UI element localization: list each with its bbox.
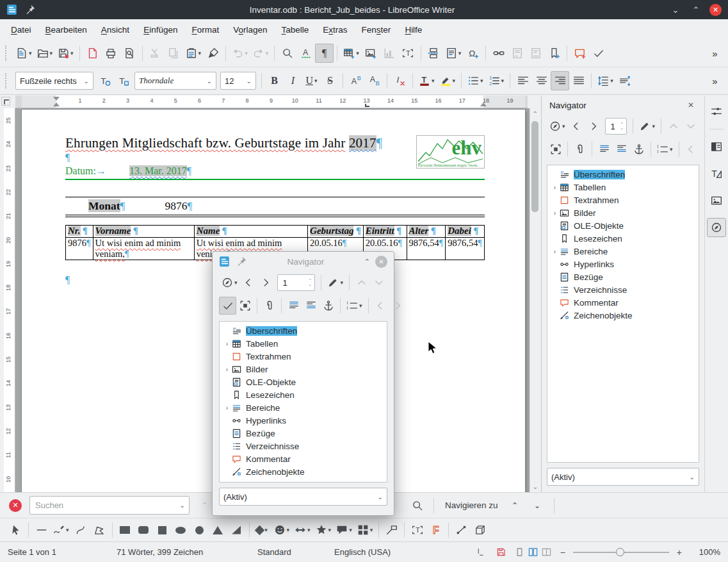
tree-item-frames[interactable]: Textrahmen bbox=[221, 350, 385, 363]
navigate-by-button[interactable]: ▾ bbox=[219, 274, 240, 292]
find-replace-button[interactable] bbox=[278, 44, 296, 63]
update-style-button[interactable]: T bbox=[95, 71, 114, 90]
floating-close-button[interactable]: ✕ bbox=[375, 256, 387, 268]
insert-comment-button[interactable] bbox=[570, 44, 589, 63]
tree-item-bookmarks[interactable]: Lesezeichen bbox=[549, 232, 697, 245]
square-button[interactable] bbox=[153, 520, 172, 540]
tab-type-selector-icon[interactable] bbox=[1, 97, 10, 106]
zoom-slider-knob[interactable] bbox=[616, 548, 624, 556]
tree-item-tables[interactable]: ›Tabellen bbox=[221, 337, 385, 350]
zoom-slider[interactable] bbox=[573, 552, 669, 553]
page-number-spinbox[interactable]: 1⌃⌄ bbox=[277, 274, 316, 291]
promote-level-button[interactable] bbox=[683, 140, 700, 158]
first-line-indent-marker[interactable] bbox=[53, 97, 60, 101]
column-header[interactable]: Vorname bbox=[93, 226, 194, 238]
left-indent-marker[interactable] bbox=[53, 103, 60, 106]
expander-icon[interactable]: › bbox=[222, 340, 232, 347]
set-reminder-button[interactable] bbox=[261, 297, 278, 315]
justified-button[interactable] bbox=[569, 71, 588, 90]
menu-tabelle[interactable]: Tabelle bbox=[275, 22, 316, 38]
page-number-spinbox[interactable]: 1⌃⌄ bbox=[605, 118, 627, 135]
toolbar-overflow-button[interactable]: » bbox=[706, 71, 724, 90]
spelling-button[interactable]: A bbox=[296, 44, 315, 63]
insert-image-button[interactable] bbox=[362, 44, 380, 63]
tree-item-references[interactable]: Bezüge bbox=[549, 270, 697, 283]
navigator-floating-window[interactable]: Navigator ⌃ ✕ ▾1⌃⌄▾ II▾ Überschriften›Ta… bbox=[212, 251, 394, 516]
single-page-view-icon[interactable] bbox=[515, 547, 524, 557]
floating-navigator-titlebar[interactable]: Navigator ⌃ ✕ bbox=[218, 252, 389, 271]
insert-footnote-button[interactable] bbox=[508, 44, 526, 63]
expander-icon[interactable]: › bbox=[222, 404, 232, 411]
italic-button[interactable]: I bbox=[284, 71, 302, 90]
extrusion-button[interactable] bbox=[471, 520, 489, 540]
column-header[interactable]: Eintritt bbox=[363, 226, 407, 238]
demote-level-button[interactable] bbox=[389, 297, 407, 315]
rectangle-button[interactable] bbox=[116, 520, 134, 540]
insert-textbox-draw-button[interactable]: T bbox=[408, 520, 426, 540]
superscript-button[interactable]: AB bbox=[346, 71, 365, 90]
previous-button[interactable] bbox=[240, 274, 257, 292]
menu-bearbeiten[interactable]: Bearbeiten bbox=[38, 22, 94, 38]
set-reminder-button[interactable] bbox=[571, 140, 588, 158]
flowchart-button[interactable]: ▾ bbox=[355, 520, 376, 540]
rounded-rectangle-button[interactable] bbox=[134, 520, 153, 540]
navigation-mode-combo[interactable]: (Aktiv)⌄ bbox=[547, 468, 699, 486]
tree-item-comments[interactable]: Kommentar bbox=[549, 296, 697, 309]
tree-item-drawobjects[interactable]: Zeichenobjekte bbox=[221, 465, 385, 478]
vertical-ruler[interactable]: 25242322212019181716151413121110 bbox=[4, 108, 15, 492]
scroll-up-icon[interactable]: ⌃ bbox=[530, 110, 540, 117]
tree-item-indexes[interactable]: Verzeichnisse bbox=[549, 283, 697, 296]
insert-table-button[interactable]: ▾ bbox=[341, 44, 362, 63]
tree-item-frames[interactable]: Textrahmen bbox=[549, 194, 697, 206]
tree-item-headings[interactable]: Überschriften bbox=[549, 168, 697, 181]
tree-item-indexes[interactable]: Verzeichnisse bbox=[221, 440, 385, 452]
font-name-combo[interactable]: Thorndale⌄ bbox=[134, 72, 216, 90]
move-chapter-up-button[interactable] bbox=[665, 117, 682, 135]
scrollbar-thumb[interactable] bbox=[531, 121, 538, 212]
previous-button[interactable] bbox=[568, 117, 585, 135]
menu-einfgen[interactable]: Einfügen bbox=[136, 22, 184, 38]
expander-icon[interactable]: › bbox=[550, 248, 560, 255]
save-button[interactable]: ▾ bbox=[55, 44, 76, 63]
column-header[interactable]: Name bbox=[194, 226, 307, 238]
align-center-button[interactable] bbox=[532, 71, 551, 90]
open-button[interactable]: ▾ bbox=[35, 44, 56, 63]
horizontal-ruler[interactable]: 12345678910111213141516171819 bbox=[15, 95, 528, 108]
sidebar-settings-button[interactable] bbox=[707, 102, 726, 121]
menu-hilfe[interactable]: Hilfe bbox=[398, 22, 429, 38]
tree-item-sections[interactable]: ›Bereiche bbox=[221, 401, 385, 414]
circle-button[interactable] bbox=[190, 520, 209, 540]
strikethrough-button[interactable]: S bbox=[321, 71, 339, 90]
monat-label[interactable]: Monat bbox=[88, 199, 120, 212]
anchor-text-button[interactable] bbox=[630, 140, 647, 158]
monat-value[interactable]: 9876 bbox=[165, 199, 188, 212]
new-document-button[interactable]: ▾ bbox=[13, 44, 35, 63]
move-chapter-down-button[interactable] bbox=[682, 117, 699, 135]
find-close-button[interactable]: ✕ bbox=[9, 499, 22, 512]
find-and-replace-button[interactable] bbox=[408, 496, 426, 515]
undo-button[interactable]: ▾ bbox=[229, 44, 250, 63]
formatting-marks-button[interactable]: ¶ bbox=[315, 44, 334, 63]
monat-table[interactable]: Monat 9876 bbox=[65, 197, 485, 217]
zoom-out-icon[interactable]: − bbox=[558, 547, 568, 558]
toggle-master-view-button[interactable] bbox=[236, 297, 254, 315]
go-to-footer-button[interactable] bbox=[613, 140, 630, 158]
unsaved-changes-icon[interactable] bbox=[496, 547, 506, 557]
book-view-icon[interactable] bbox=[542, 547, 551, 557]
insert-page-break-button[interactable] bbox=[425, 44, 443, 63]
print-button[interactable] bbox=[102, 44, 120, 63]
menu-extras[interactable]: Extras bbox=[316, 22, 354, 38]
page-count[interactable]: Seite 1 von 1 bbox=[8, 547, 78, 557]
tab-stop-marker[interactable] bbox=[365, 104, 369, 107]
next-button[interactable] bbox=[257, 274, 275, 292]
navigation-mode-combo[interactable]: (Aktiv)⌄ bbox=[219, 488, 387, 506]
line-spacing-button[interactable]: ▾ bbox=[595, 71, 616, 90]
column-header[interactable]: Nr. bbox=[66, 226, 93, 238]
move-chapter-down-button[interactable] bbox=[370, 274, 387, 292]
properties-deck-button[interactable] bbox=[707, 137, 726, 156]
go-to-footer-button[interactable] bbox=[302, 297, 320, 315]
tree-item-bookmarks[interactable]: Lesezeichen bbox=[221, 388, 385, 401]
titlebar[interactable]: Inventar.odb : Bericht_Jub_beides - Libr… bbox=[0, 0, 728, 19]
symbol-shapes-button[interactable]: ▾ bbox=[271, 520, 293, 540]
isosceles-triangle-button[interactable] bbox=[209, 520, 227, 540]
